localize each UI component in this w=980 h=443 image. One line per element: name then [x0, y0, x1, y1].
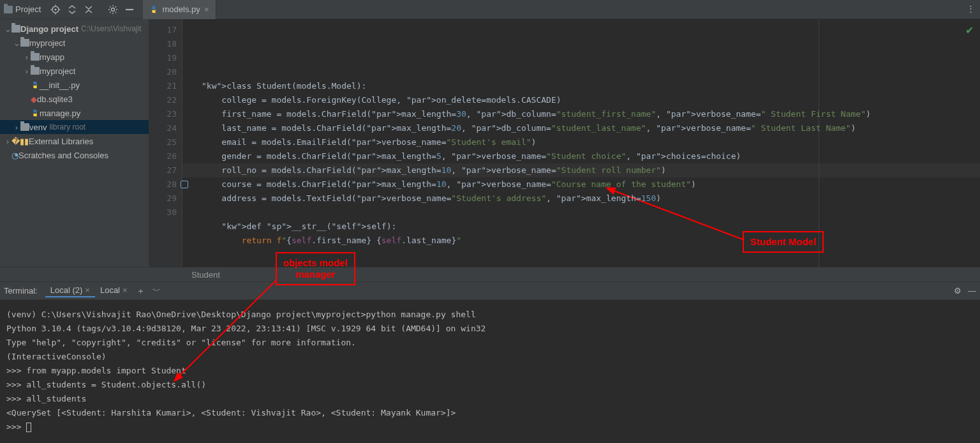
- tree-item[interactable]: › myapp: [0, 50, 149, 64]
- breadcrumb-item[interactable]: Student: [191, 270, 220, 280]
- terminal-output[interactable]: (venv) C:\Users\Vishvajit Rao\OneDrive\D…: [0, 300, 980, 443]
- collapse-all-icon[interactable]: [82, 3, 96, 17]
- breadcrumb[interactable]: Student: [0, 267, 980, 282]
- folder-icon: [20, 123, 29, 131]
- project-tree[interactable]: ⌄ Django projectC:\Users\Vishvajit⌄ mypr…: [0, 19, 149, 267]
- terminal-tab[interactable]: Local×: [95, 284, 133, 297]
- database-icon: ◆: [31, 94, 37, 104]
- close-icon[interactable]: ×: [204, 4, 209, 15]
- tree-item[interactable]: ◔ Scratches and Consoles: [0, 148, 149, 162]
- python-file-icon: [149, 5, 158, 14]
- python-file-icon: [31, 80, 40, 89]
- hide-icon[interactable]: [122, 3, 137, 17]
- tree-item[interactable]: › venvlibrary root: [0, 120, 149, 134]
- editor-tabs: models.py ×: [143, 0, 216, 19]
- terminal-hide-icon[interactable]: —: [968, 286, 976, 296]
- svg-rect-7: [126, 9, 133, 10]
- folder-icon: [31, 67, 40, 75]
- settings-icon[interactable]: [106, 3, 120, 17]
- tree-item[interactable]: ⌄ myproject: [0, 36, 149, 50]
- gutter: 1718192021222324252627282930: [149, 19, 182, 267]
- tree-root[interactable]: ⌄ Django projectC:\Users\Vishvajit: [0, 22, 149, 36]
- close-icon[interactable]: ×: [122, 285, 128, 295]
- terminal-tab[interactable]: Local (2)×: [45, 284, 95, 297]
- inspection-ok-icon: ✔: [965, 24, 974, 36]
- folder-icon: [20, 39, 29, 47]
- folder-icon: [31, 53, 40, 61]
- terminal-dropdown-icon[interactable]: ﹀: [152, 285, 161, 297]
- tab-label: models.py: [162, 4, 200, 14]
- close-icon[interactable]: ×: [85, 285, 90, 295]
- main-area: ⌄ Django projectC:\Users\Vishvajit⌄ mypr…: [0, 19, 980, 267]
- svg-point-6: [112, 8, 115, 11]
- tree-item[interactable]: ›�▮▮ External Libraries: [0, 134, 149, 148]
- tree-item[interactable]: ◆ db.sqlite3: [0, 92, 149, 106]
- tree-item[interactable]: › myproject: [0, 64, 149, 78]
- python-file-icon: [31, 109, 40, 117]
- tab-models-py[interactable]: models.py ×: [143, 0, 216, 19]
- terminal-title: Terminal:: [4, 286, 38, 296]
- project-icon: [4, 6, 13, 13]
- tree-item[interactable]: manage.py: [0, 106, 149, 120]
- library-icon: �▮▮: [11, 137, 29, 146]
- code-area[interactable]: "kw">class Student(models.Model): colleg…: [182, 19, 980, 267]
- tree-item[interactable]: __init__.py: [0, 78, 149, 92]
- code-editor[interactable]: 1718192021222324252627282930 "kw">class …: [149, 19, 980, 267]
- locate-icon[interactable]: [48, 3, 63, 17]
- more-icon[interactable]: ⋮: [967, 4, 975, 13]
- terminal-settings-icon[interactable]: ⚙: [954, 286, 961, 296]
- add-terminal-icon[interactable]: ＋: [137, 285, 145, 297]
- svg-point-1: [55, 8, 57, 10]
- folder-icon: [11, 25, 20, 33]
- terminal-header: Terminal: Local (2)×Local× ＋ ﹀ ⚙ —: [0, 282, 980, 300]
- topbar: Project models.py × ⋮: [0, 0, 980, 19]
- expand-all-icon[interactable]: [65, 3, 79, 17]
- project-label-text: Project: [15, 4, 41, 14]
- scratch-icon: ◔: [11, 151, 19, 160]
- project-tool-label[interactable]: Project: [4, 4, 41, 14]
